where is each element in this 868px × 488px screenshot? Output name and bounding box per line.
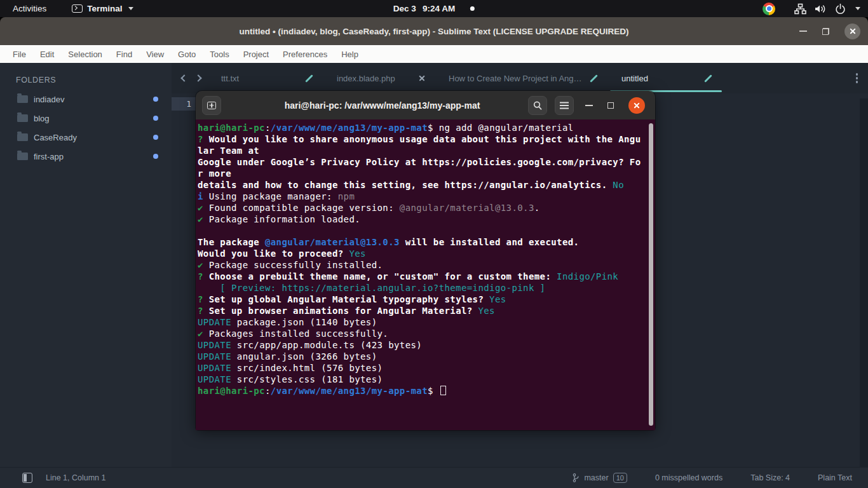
clock-menu[interactable]: Dec 3 9:24 AM bbox=[393, 4, 475, 13]
tab-index-blade-php[interactable]: index.blade.php bbox=[324, 63, 436, 93]
dirty-pencil-icon bbox=[305, 74, 313, 83]
chrome-icon[interactable] bbox=[763, 3, 775, 15]
terminal-line: ? Set up global Angular Material typogra… bbox=[198, 294, 646, 305]
sidebar-folder-blog[interactable]: blog bbox=[0, 109, 172, 128]
gnome-top-bar: Activities Terminal Dec 3 9:24 AM bbox=[0, 0, 868, 17]
terminal-output[interactable]: hari@hari-pc:/var/www/me/ang13/my-app-ma… bbox=[196, 119, 655, 430]
branch-name: master bbox=[584, 473, 608, 482]
terminal-line: ✔ Packages installed successfully. bbox=[198, 328, 646, 339]
terminal-line: UPDATE package.json (1140 bytes) bbox=[198, 316, 646, 328]
tab-how-to-create-new-project-in-angular-13-[interactable]: How to Create New Project in Angular 13? bbox=[436, 63, 609, 93]
folder-label: CaseReady bbox=[34, 133, 77, 142]
hamburger-menu-button[interactable] bbox=[555, 96, 574, 115]
menu-file[interactable]: File bbox=[6, 50, 33, 59]
modified-dot-icon bbox=[153, 116, 158, 121]
terminal-minimize-icon[interactable] bbox=[585, 105, 593, 106]
terminal-close-button[interactable] bbox=[628, 97, 645, 114]
menu-preferences[interactable]: Preferences bbox=[276, 50, 334, 59]
terminal-line: ? Would you like to share anonymous usag… bbox=[198, 133, 646, 145]
terminal-line: lar Team at bbox=[198, 145, 646, 156]
dirty-pencil-icon bbox=[704, 74, 712, 83]
syntax-status[interactable]: Plain Text bbox=[818, 473, 852, 482]
terminal-title-bar[interactable]: hari@hari-pc: /var/www/me/ang13/my-app-m… bbox=[196, 91, 655, 119]
tab-untitled[interactable]: untitled bbox=[609, 63, 723, 93]
terminal-scrollbar[interactable] bbox=[649, 123, 653, 426]
menu-edit[interactable]: Edit bbox=[33, 50, 61, 59]
minimap-strip[interactable] bbox=[860, 98, 868, 467]
tab-label: ttt.txt bbox=[221, 74, 299, 83]
terminal-line: i Using package manager: npm bbox=[198, 191, 646, 202]
date-label: Dec 3 bbox=[393, 4, 416, 13]
modified-dot-icon bbox=[153, 154, 158, 159]
search-button[interactable] bbox=[528, 96, 547, 115]
terminal-maximize-icon[interactable] bbox=[607, 102, 614, 109]
power-icon bbox=[834, 3, 846, 15]
sidebar-folder-CaseReady[interactable]: CaseReady bbox=[0, 128, 172, 147]
terminal-line: hari@hari-pc:/var/www/me/ang13/my-app-ma… bbox=[198, 385, 646, 396]
new-tab-icon bbox=[207, 102, 216, 109]
terminal-line: ? Set up browser animations for Angular … bbox=[198, 305, 646, 316]
terminal-line: Google under Google’s Privacy Policy at … bbox=[198, 156, 646, 168]
menu-view[interactable]: View bbox=[139, 50, 171, 59]
menu-goto[interactable]: Goto bbox=[171, 50, 203, 59]
menu-selection[interactable]: Selection bbox=[61, 50, 109, 59]
window-title: untitled • (indiadev, blog, CaseReady, f… bbox=[239, 27, 628, 36]
overflow-menu-icon[interactable] bbox=[856, 77, 858, 79]
terminal-cursor bbox=[440, 386, 446, 395]
terminal-title: hari@hari-pc: /var/www/me/ang13/my-app-m… bbox=[221, 100, 528, 111]
chevron-down-icon bbox=[128, 7, 133, 10]
network-icon bbox=[794, 3, 806, 15]
menu-find[interactable]: Find bbox=[109, 50, 139, 59]
menu-help[interactable]: Help bbox=[334, 50, 365, 59]
tab-strip: ttt.txtindex.blade.phpHow to Create New … bbox=[208, 63, 723, 93]
folder-icon bbox=[17, 133, 28, 141]
system-chevron-down-icon bbox=[855, 7, 860, 10]
tab-size-status[interactable]: Tab Size: 4 bbox=[750, 473, 790, 482]
new-tab-button[interactable] bbox=[202, 96, 221, 115]
chevron-left-icon[interactable] bbox=[180, 74, 187, 81]
restore-icon[interactable] bbox=[822, 28, 829, 35]
spellcheck-status[interactable]: 0 misspelled words bbox=[655, 473, 722, 482]
hamburger-icon bbox=[560, 105, 569, 106]
line-number-gutter: 1 bbox=[172, 97, 197, 111]
chevron-right-icon[interactable] bbox=[194, 74, 201, 81]
terminal-line: ✔ Found compatible package version: @ang… bbox=[198, 202, 646, 214]
folder-list: indiadevblogCaseReadyfirst-app bbox=[0, 90, 172, 166]
terminal-line: r more bbox=[198, 168, 646, 179]
terminal-window: hari@hari-pc: /var/www/me/ang13/my-app-m… bbox=[196, 91, 655, 430]
sidebar-folder-indiadev[interactable]: indiadev bbox=[0, 90, 172, 109]
system-status-area[interactable] bbox=[794, 3, 860, 15]
panel-toggle-icon[interactable] bbox=[22, 473, 32, 483]
tab-label: untitled bbox=[621, 74, 698, 83]
tab-ttt-txt[interactable]: ttt.txt bbox=[208, 63, 324, 93]
close-button[interactable] bbox=[844, 24, 860, 39]
menu-project[interactable]: Project bbox=[236, 50, 276, 59]
modified-dot-icon bbox=[153, 135, 158, 140]
time-label: 9:24 AM bbox=[423, 4, 455, 13]
tab-close-icon[interactable] bbox=[418, 74, 426, 82]
terminal-line: ? Choose a prebuilt theme name, or "cust… bbox=[198, 271, 646, 282]
activities-button[interactable]: Activities bbox=[9, 3, 50, 15]
notification-dot bbox=[470, 6, 475, 11]
folder-icon bbox=[17, 152, 28, 160]
branch-count-badge: 10 bbox=[613, 473, 627, 483]
sublime-title-bar[interactable]: untitled • (indiadev, blog, CaseReady, f… bbox=[0, 17, 868, 45]
terminal-line: UPDATE src/index.html (576 bytes) bbox=[198, 362, 646, 374]
status-bar: Line 1, Column 1 master 10 0 misspelled … bbox=[0, 467, 868, 488]
minimize-icon[interactable] bbox=[799, 30, 807, 32]
cursor-position[interactable]: Line 1, Column 1 bbox=[46, 473, 106, 482]
terminal-line: UPDATE angular.json (3266 bytes) bbox=[198, 351, 646, 362]
folders-header: FOLDERS bbox=[16, 76, 172, 85]
menu-tools[interactable]: Tools bbox=[203, 50, 236, 59]
git-branch-status[interactable]: master 10 bbox=[573, 473, 627, 483]
terminal-line: UPDATE src/styles.css (181 bytes) bbox=[198, 374, 646, 385]
folder-label: indiadev bbox=[34, 95, 64, 104]
app-menu-terminal[interactable]: Terminal bbox=[72, 4, 133, 13]
terminal-line bbox=[198, 225, 646, 236]
sidebar: FOLDERS indiadevblogCaseReadyfirst-app bbox=[0, 63, 172, 467]
dirty-pencil-icon bbox=[590, 74, 598, 83]
volume-icon bbox=[814, 3, 827, 15]
terminal-line: hari@hari-pc:/var/www/me/ang13/my-app-ma… bbox=[198, 122, 646, 133]
folder-label: first-app bbox=[34, 152, 64, 161]
sidebar-folder-first-app[interactable]: first-app bbox=[0, 147, 172, 166]
